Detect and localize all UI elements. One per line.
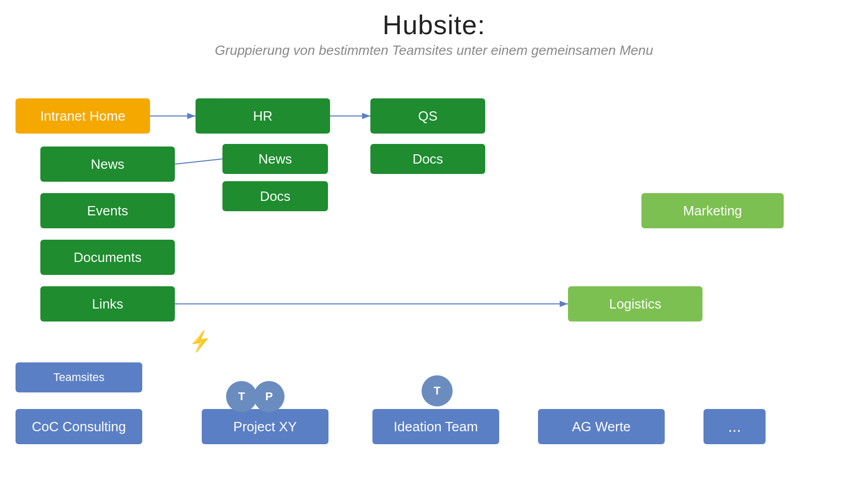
page-subtitle: Gruppierung von bestimmten Teamsites unt… [0, 42, 868, 59]
marketing-box: Marketing [641, 193, 784, 228]
qs-docs-box: Docs [370, 144, 485, 174]
hr-docs-box: Docs [222, 181, 328, 211]
page-title: Hubsite: [0, 0, 868, 40]
diagram-area: Intranet Home HR QS News Events Document… [0, 67, 868, 497]
events-box: Events [40, 193, 175, 228]
project-xy-box: Project XY [202, 409, 328, 444]
svg-line-2 [175, 159, 222, 164]
more-box: ... [704, 409, 766, 444]
logistics-box: Logistics [568, 286, 702, 321]
ideation-team-box: Ideation Team [372, 409, 499, 444]
news-left-box: News [40, 147, 175, 182]
teamsites-box: Teamsites [16, 362, 142, 392]
links-box: Links [40, 286, 175, 321]
hr-news-box: News [222, 144, 328, 174]
circle-t1: T [226, 381, 257, 412]
lightning-icon: ⚡ [187, 328, 214, 354]
circle-t2: T [422, 375, 453, 406]
circle-p1: P [253, 381, 285, 412]
documents-box: Documents [40, 240, 175, 275]
ag-werte-box: AG Werte [538, 409, 665, 444]
qs-box: QS [370, 98, 485, 134]
intranet-home-box: Intranet Home [16, 98, 150, 134]
coc-box: CoC Consulting [16, 409, 142, 444]
hr-box: HR [196, 98, 330, 134]
